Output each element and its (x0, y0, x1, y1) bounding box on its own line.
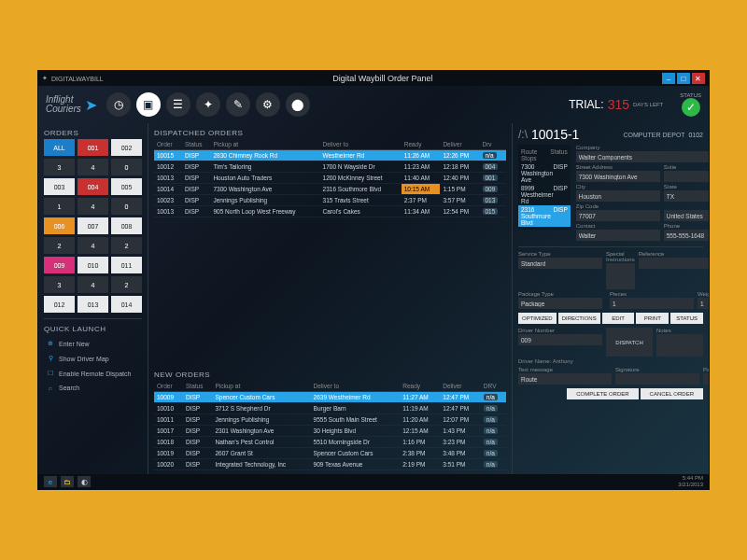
browser-icon[interactable]: ◐ (78, 476, 91, 487)
order-tile[interactable]: 1 (44, 198, 75, 215)
table-row[interactable]: 10017DISP2301 Washington Ave30 Heights B… (154, 426, 506, 437)
order-tile[interactable]: 006 (44, 217, 75, 234)
table-row[interactable]: 10014DISP7300 Washington Ave2316 Southmo… (154, 184, 506, 195)
order-tile[interactable]: 4 (78, 159, 108, 175)
service-type-field[interactable] (518, 258, 602, 269)
contact-field[interactable] (576, 230, 660, 241)
street-field[interactable] (576, 171, 660, 182)
company-field[interactable] (576, 151, 709, 162)
route-stop-row[interactable]: 7300 Washington AveDISP (521, 162, 568, 184)
orders-title: ORDERS (44, 127, 142, 139)
ie-icon[interactable]: e (44, 476, 57, 487)
directions-button[interactable]: DIRECTIONS (558, 313, 600, 324)
close-button[interactable]: ✕ (692, 73, 705, 84)
order-tile[interactable]: 2 (111, 237, 142, 254)
table-row[interactable]: 10019DISP2607 Grant StSpencer Custom Car… (154, 448, 506, 459)
signature-field[interactable] (615, 373, 699, 385)
table-row[interactable]: 10020DISPIntegrated Technology, Inc909 T… (154, 459, 506, 470)
instructions-field[interactable] (606, 263, 635, 289)
titlebar: ✦DIGITALWAYBILL Digital Waybill Order Pa… (38, 71, 709, 86)
order-tile[interactable]: 012 (44, 296, 75, 313)
edit-button[interactable]: EDIT (602, 313, 635, 324)
notes-field[interactable] (656, 334, 703, 357)
clipboard-icon[interactable]: ☰ (166, 92, 190, 117)
weight-field[interactable] (698, 298, 709, 309)
globe-icon[interactable]: ⬤ (286, 92, 310, 117)
zip-field[interactable] (576, 210, 660, 221)
table-row[interactable]: 10013DISP905 North Loop West FreewayCaro… (154, 206, 506, 217)
dispatch-button[interactable]: DISPATCH (606, 328, 653, 357)
folder-icon[interactable]: 🗀 (61, 476, 74, 487)
pieces-field[interactable] (610, 298, 694, 309)
order-tile[interactable]: 4 (78, 198, 108, 215)
city-field[interactable] (576, 190, 660, 202)
package-type-field[interactable] (518, 298, 602, 309)
print-button[interactable]: PRINT (636, 313, 669, 324)
complete-order-button[interactable]: COMPLETE ORDER (567, 388, 638, 399)
paper-waybill-field[interactable] (703, 373, 709, 385)
table-row[interactable]: 10023DISPJennings Publishing315 Travis S… (154, 195, 506, 206)
table-row[interactable]: 10015DISP2830 Chimney Rock RdWestheimer … (154, 150, 506, 161)
minimize-button[interactable]: – (662, 73, 675, 84)
dispatched-table[interactable]: OrderStatusPickup atDeliver toReadyDeliv… (154, 139, 506, 217)
order-tile[interactable]: 011 (111, 257, 142, 273)
orders-grid: ALL0010023400030040051400060070082420090… (44, 139, 142, 313)
state-field[interactable] (664, 190, 709, 202)
phone-field[interactable] (664, 230, 709, 241)
new-orders-table[interactable]: OrderStatusPickup atDeliver toReadyDeliv… (154, 381, 506, 470)
route-stop-row[interactable]: 2316 Southmore BlvdDISP (518, 205, 571, 227)
order-tile[interactable]: 005 (111, 178, 142, 195)
order-tile[interactable]: 007 (78, 217, 108, 234)
package-icon[interactable]: ▣ (136, 92, 161, 117)
clock-icon[interactable]: ◷ (106, 92, 131, 117)
order-tile[interactable]: 002 (111, 139, 142, 156)
driver-name-label: Driver Name: Anthony (518, 358, 573, 364)
table-row[interactable]: 10009DISPSpencer Custom Cars2639 Westhei… (154, 392, 506, 403)
optimized-button[interactable]: OPTIMIZED (518, 313, 557, 324)
order-tile[interactable]: 3 (44, 276, 75, 293)
suite-field[interactable] (664, 171, 709, 182)
cancel-order-button[interactable]: CANCEL ORDER (641, 388, 703, 399)
user-icon[interactable]: ✦ (196, 92, 220, 117)
maximize-button[interactable]: □ (677, 73, 690, 84)
order-tile[interactable]: 4 (78, 237, 108, 254)
order-tile[interactable]: 009 (44, 257, 75, 273)
order-tile[interactable]: 2 (44, 237, 75, 254)
order-tile[interactable]: 001 (78, 139, 108, 156)
new-orders-title: NEW ORDERS (154, 369, 506, 381)
order-tile[interactable]: 010 (78, 257, 108, 273)
quick-launch-item[interactable]: ⊕Enter New (44, 337, 142, 350)
app-window: ✦DIGITALWAYBILL Digital Waybill Order Pa… (37, 70, 710, 490)
order-tile[interactable]: 4 (78, 276, 108, 293)
order-tile[interactable]: 0 (111, 198, 142, 215)
order-tile[interactable]: 0 (111, 159, 142, 175)
order-tile[interactable]: 013 (78, 296, 108, 313)
quick-launch-item[interactable]: ☐Enable Remote Dispatch (44, 367, 142, 380)
left-column: ORDERS ALL001002340003004005140006007008… (38, 123, 148, 474)
quick-launch-item[interactable]: ⌕Search (44, 382, 142, 394)
order-tile[interactable]: 3 (44, 159, 75, 175)
order-tile[interactable]: 004 (78, 178, 108, 195)
order-tile[interactable]: 2 (111, 276, 142, 293)
wrench-icon[interactable]: ✎ (226, 92, 250, 117)
gear-icon[interactable]: ⚙ (256, 92, 280, 117)
driver-number-field[interactable] (518, 334, 602, 345)
status-button[interactable]: STATUS (670, 313, 703, 324)
order-tile[interactable]: 008 (111, 217, 142, 234)
order-tile[interactable]: 014 (111, 296, 142, 313)
route-stop-row[interactable]: 8999 Westheimer RdDISP (521, 184, 568, 205)
country-field[interactable] (664, 210, 709, 221)
quick-launch-item[interactable]: ⚲Show Driver Map (44, 352, 142, 365)
order-tile[interactable]: ALL (44, 139, 75, 156)
new-orders-section: NEW ORDERS OrderStatusPickup atDeliver t… (148, 365, 512, 474)
reference-field[interactable] (639, 258, 709, 269)
text-message-field[interactable] (518, 373, 612, 385)
table-row[interactable]: 10010DISP3712 S Shepherd DrBurger Barn11… (154, 403, 506, 414)
order-tile[interactable]: 003 (44, 178, 75, 195)
table-row[interactable]: 10018DISPNathan's Pest Control5510 Morni… (154, 437, 506, 448)
table-row[interactable]: 10013DISPHouston Auto Traders1200 McKinn… (154, 173, 506, 184)
clock: 5:44 PM 3/21/2013 (678, 475, 703, 487)
quick-launch-title: QUICK LAUNCH (44, 323, 142, 335)
table-row[interactable]: 10012DISPTim's Tailoring1700 N Wayside D… (154, 161, 506, 173)
table-row[interactable]: 10011DISPJennings Publishing9555 South M… (154, 414, 506, 426)
